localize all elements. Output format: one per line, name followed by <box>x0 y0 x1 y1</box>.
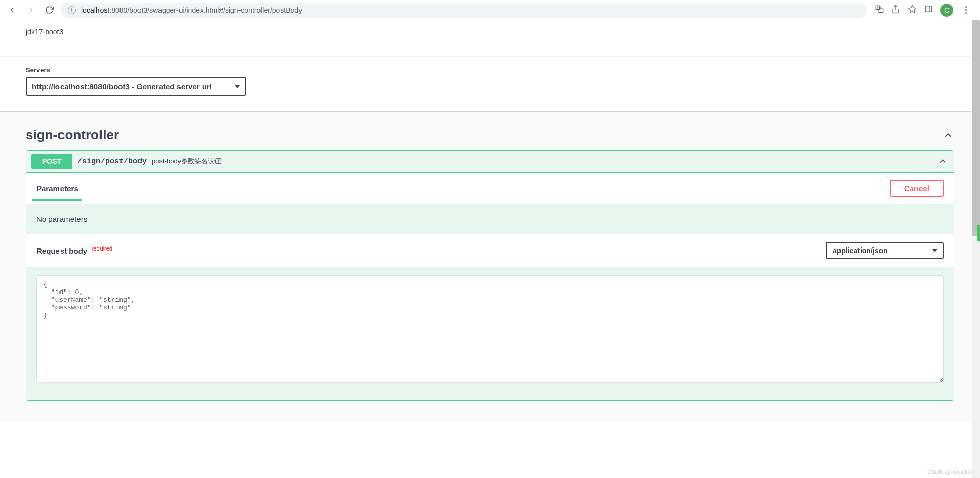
translate-icon[interactable] <box>875 5 884 16</box>
site-info-icon[interactable]: i <box>68 6 76 14</box>
tag-name: sign-controller <box>26 127 119 143</box>
operation-description: post-body参数签名认证 <box>152 157 221 166</box>
url-text: localhost:8080/boot3/swagger-ui/index.ht… <box>81 6 302 14</box>
share-icon[interactable] <box>891 5 901 16</box>
collapse-tag-icon[interactable] <box>942 129 954 141</box>
request-body-header: Request body required application/json <box>26 234 954 267</box>
scrollbar-track[interactable] <box>972 20 980 421</box>
toolbar-right: C <box>871 4 975 17</box>
svg-marker-3 <box>909 5 916 12</box>
server-select[interactable]: http://localhost:8080/boot3 - Generated … <box>26 77 246 96</box>
operation-body: Parameters Cancel No parameters Request … <box>26 173 954 400</box>
back-button[interactable] <box>5 3 19 17</box>
request-body-editor[interactable] <box>36 275 944 383</box>
svg-rect-4 <box>925 6 932 12</box>
servers-section: Servers http://localhost:8080/boot3 - Ge… <box>0 57 980 111</box>
method-badge: POST <box>31 154 72 169</box>
api-description: jdk17-boot3 <box>0 20 980 57</box>
parameters-header: Parameters Cancel <box>26 173 954 204</box>
body-editor-section <box>26 267 954 400</box>
profile-letter: C <box>944 6 949 14</box>
operation-summary[interactable]: POST /sign/post/body post-body参数签名认证 <box>26 151 954 173</box>
scrollbar-thumb[interactable] <box>972 20 980 236</box>
required-badge: required <box>92 245 112 252</box>
menu-icon[interactable] <box>961 6 971 14</box>
tag-header[interactable]: sign-controller <box>26 122 954 150</box>
parameters-title: Parameters <box>36 184 78 193</box>
address-bar[interactable]: i localhost:8080/boot3/swagger-ui/index.… <box>61 3 867 18</box>
operations-area: sign-controller POST /sign/post/body pos… <box>0 112 980 421</box>
operation-block: POST /sign/post/body post-body参数签名认证 Par… <box>26 150 954 401</box>
star-icon[interactable] <box>908 5 917 16</box>
content-type-select[interactable]: application/json <box>826 242 944 259</box>
browser-toolbar: i localhost:8080/boot3/swagger-ui/index.… <box>0 0 980 20</box>
servers-label: Servers <box>26 66 954 74</box>
operation-path: /sign/post/body <box>77 157 147 166</box>
panel-icon[interactable] <box>924 5 933 15</box>
profile-avatar[interactable]: C <box>940 4 953 17</box>
reload-button[interactable] <box>42 3 56 17</box>
scrollbar-accent <box>977 225 980 241</box>
request-body-label: Request body <box>36 246 87 255</box>
summary-separator <box>931 156 931 167</box>
no-parameters-text: No parameters <box>26 204 954 234</box>
cancel-button[interactable]: Cancel <box>890 180 944 197</box>
forward-button[interactable] <box>24 3 38 17</box>
collapse-operation-icon[interactable] <box>936 155 949 168</box>
